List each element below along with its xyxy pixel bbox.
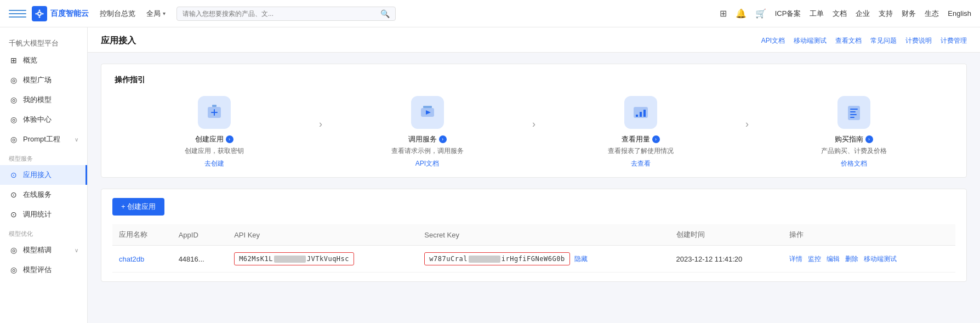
ecosystem-link[interactable]: 生态: [925, 9, 939, 19]
table-row: chat2db 44816... M62MsK1L●●●●●●●JVTkVuqH…: [112, 246, 955, 273]
call-stats-icon: ⊙: [9, 210, 19, 219]
col-app-name: 应用名称: [112, 224, 172, 246]
menu-icon[interactable]: [9, 5, 26, 22]
ticket-link[interactable]: 工单: [810, 9, 824, 19]
step-view-title: 查看用量 ›: [622, 134, 660, 144]
my-models-icon: ◎: [9, 95, 19, 104]
sidebar-item-my-models[interactable]: ◎ 我的模型: [0, 90, 87, 110]
sidebar-model-service-section: 模型服务: [0, 149, 87, 165]
nav-search-box[interactable]: 🔍: [176, 7, 396, 21]
cell-app-name: chat2db: [112, 246, 172, 273]
sidebar-item-model-eval[interactable]: ◎ 模型评估: [0, 260, 87, 280]
prompt-arrow-icon: ∨: [75, 137, 78, 143]
svg-rect-17: [848, 106, 860, 120]
step-view-desc: 查看报表了解使用情况: [608, 146, 674, 156]
col-appid: AppID: [172, 224, 227, 246]
app-name-link[interactable]: chat2db: [119, 255, 144, 263]
finance-link[interactable]: 财务: [902, 9, 916, 19]
action-monitor[interactable]: 监控: [808, 254, 821, 264]
view-usage-icon: [624, 96, 657, 129]
search-input[interactable]: [183, 10, 380, 18]
ops-guide-title: 操作指引: [115, 75, 953, 85]
online-service-icon: ⊙: [9, 190, 19, 199]
apps-icon[interactable]: ⊞: [720, 8, 727, 19]
buy-guide-icon: [837, 96, 870, 129]
sidebar-item-call-stats[interactable]: ⊙ 调用统计: [0, 205, 87, 224]
sidebar-prompt-label: Prompt工程: [23, 134, 60, 144]
svg-point-1: [38, 13, 41, 15]
svg-rect-14: [636, 115, 638, 117]
cell-appid: 44816...: [172, 246, 227, 273]
notification-icon[interactable]: 🔔: [736, 8, 747, 19]
sidebar-item-model-plaza[interactable]: ◎ 模型广场: [0, 70, 87, 90]
sidebar-model-plaza-label: 模型广场: [23, 75, 52, 85]
svg-point-4: [36, 13, 37, 14]
search-icon[interactable]: 🔍: [380, 9, 390, 18]
step-arrow-3: ›: [740, 118, 754, 130]
create-app-button[interactable]: + 创建应用: [112, 198, 164, 216]
svg-rect-15: [640, 112, 642, 117]
sidebar-item-app-access[interactable]: ⊙ 应用接入: [0, 165, 87, 185]
col-secret-key: Secret Key: [418, 224, 669, 246]
header-link-faq[interactable]: 常见问题: [870, 36, 897, 46]
step-create-arrow: ›: [226, 135, 233, 143]
cell-secret-key: w787uCral●●●●●●●irHgfiFGNeW6G0b 隐藏: [418, 246, 669, 273]
model-plaza-icon: ◎: [9, 76, 19, 84]
sidebar-model-optimize-section: 模型优化: [0, 224, 87, 240]
header-link-api-doc[interactable]: API文档: [761, 36, 785, 46]
action-mobile-test[interactable]: 移动端测试: [864, 254, 897, 264]
cell-actions: 详情 监控 编辑 删除 移动端测试: [783, 246, 955, 273]
sidebar-fine-tune-label: 模型精调: [23, 245, 52, 255]
step-call-arrow: ›: [439, 135, 447, 143]
action-edit[interactable]: 编辑: [827, 254, 840, 264]
header-link-mobile-test[interactable]: 移动端测试: [794, 36, 827, 46]
nav-region-selector[interactable]: 全局 ▾: [146, 9, 166, 19]
step-create-link[interactable]: 去创建: [204, 159, 224, 168]
header-link-view-doc[interactable]: 查看文档: [835, 36, 862, 46]
action-detail[interactable]: 详情: [789, 254, 802, 264]
page-title-row: 应用接入 API文档 移动端测试 查看文档 常见问题 计费说明 计费管理: [101, 35, 967, 52]
content-area: 操作指引 创建应用: [88, 53, 980, 293]
step-buy-title: 购买指南 ›: [835, 134, 873, 144]
api-key-masked: ●●●●●●●: [274, 256, 306, 263]
sidebar-online-service-label: 在线服务: [23, 190, 52, 200]
icp-link[interactable]: ICP备案: [775, 9, 801, 19]
english-link[interactable]: English: [948, 9, 971, 18]
svg-rect-11: [423, 106, 432, 108]
app-table: 应用名称 AppID API Key Secret Key 创建时间 操作 ch…: [112, 224, 955, 273]
cart-icon[interactable]: 🛒: [755, 8, 766, 19]
step-buy-link[interactable]: 价格文档: [841, 159, 867, 168]
ops-step-create: 创建应用 › 创建应用，获取密钥 去创建: [115, 96, 314, 168]
step-create-desc: 创建应用，获取密钥: [185, 146, 244, 156]
table-section: + 创建应用 应用名称 AppID API Key Secret Key 创建时…: [101, 189, 967, 282]
action-delete[interactable]: 删除: [845, 254, 858, 264]
sidebar-item-fine-tune[interactable]: ◎ 模型精调 ∨: [0, 240, 87, 260]
sidebar-item-online-service[interactable]: ⊙ 在线服务: [0, 185, 87, 205]
fine-tune-arrow-icon: ∨: [75, 247, 78, 253]
api-key-box: M62MsK1L●●●●●●●JVTkVuqHsc: [234, 252, 354, 265]
app-access-icon: ⊙: [9, 171, 19, 179]
sidebar-item-experience-center[interactable]: ◎ 体验中心: [0, 110, 87, 129]
header-link-billing-mgmt[interactable]: 计费管理: [941, 36, 967, 46]
overview-icon: ⊞: [9, 56, 19, 65]
col-api-key: API Key: [227, 224, 418, 246]
fine-tune-icon: ◎: [9, 246, 19, 254]
step-call-link[interactable]: API文档: [415, 159, 439, 168]
support-link[interactable]: 支持: [879, 9, 893, 19]
nav-control-link[interactable]: 控制台总览: [100, 9, 135, 19]
enterprise-link[interactable]: 企业: [856, 9, 870, 19]
step-call-desc: 查看请求示例，调用服务: [391, 146, 464, 156]
prompt-icon: ◎: [9, 135, 19, 144]
header-link-billing-desc[interactable]: 计费说明: [905, 36, 932, 46]
step-view-link[interactable]: 去查看: [631, 159, 651, 168]
model-eval-icon: ◎: [9, 265, 19, 274]
step-buy-arrow: ›: [865, 135, 873, 143]
hide-secret-key-button[interactable]: 隐藏: [574, 254, 588, 264]
sidebar-item-overview[interactable]: ⊞ 概览: [0, 50, 87, 70]
docs-link[interactable]: 文档: [833, 9, 847, 19]
nav-region-label: 全局: [146, 9, 161, 19]
svg-point-2: [39, 9, 41, 11]
step-view-arrow: ›: [652, 135, 660, 143]
svg-rect-18: [850, 109, 858, 110]
sidebar-item-prompt[interactable]: ◎ Prompt工程 ∨: [0, 129, 87, 149]
